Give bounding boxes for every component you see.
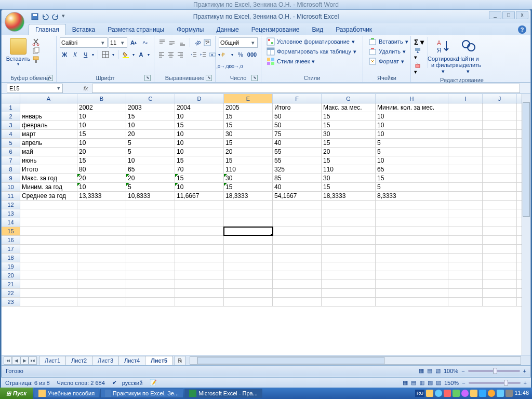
tray-icon[interactable] xyxy=(461,390,469,397)
cell[interactable]: Макс. за мес. xyxy=(322,103,376,112)
cell[interactable]: 54,1667 xyxy=(273,192,322,200)
fill-icon[interactable]: ▾ xyxy=(414,47,424,61)
increase-indent-icon[interactable] xyxy=(199,49,207,60)
start-button[interactable]: ⊞Пуск xyxy=(0,388,33,399)
cell[interactable] xyxy=(20,280,77,288)
column-header[interactable]: J xyxy=(483,94,517,103)
cell[interactable]: 75 xyxy=(273,130,322,138)
cell[interactable]: 10 xyxy=(376,156,448,165)
cell[interactable] xyxy=(322,254,376,262)
view-layout-icon[interactable]: ▤ xyxy=(427,367,432,374)
cell[interactable] xyxy=(376,236,448,244)
copy-icon[interactable] xyxy=(32,47,40,55)
align-center-icon[interactable] xyxy=(167,49,175,60)
horizontal-scrollbar[interactable] xyxy=(190,356,521,365)
cell[interactable]: 15 xyxy=(224,112,273,121)
orientation-icon[interactable]: ab xyxy=(193,37,202,48)
row-header[interactable]: 13 xyxy=(2,209,20,218)
name-box[interactable]: E15▾ xyxy=(7,84,63,93)
cell[interactable] xyxy=(448,121,483,129)
cell[interactable] xyxy=(448,245,483,253)
zoom-level[interactable]: 100% xyxy=(444,368,458,374)
decrease-indent-icon[interactable] xyxy=(190,49,198,60)
cell[interactable] xyxy=(483,201,517,209)
column-header[interactable]: A xyxy=(20,94,77,103)
grow-font-icon[interactable]: A▴ xyxy=(128,37,139,48)
cell[interactable]: январь xyxy=(20,112,77,121)
cell[interactable] xyxy=(376,262,448,271)
cell[interactable]: 70 xyxy=(175,165,224,174)
cell[interactable]: март xyxy=(20,130,77,138)
cell[interactable] xyxy=(77,201,126,209)
cell[interactable] xyxy=(448,183,483,191)
fill-color-icon[interactable] xyxy=(121,49,130,60)
column-header[interactable]: D xyxy=(175,94,224,103)
taskbar-button[interactable]: Практикум по Excel, Зе... xyxy=(100,389,183,398)
redo-icon[interactable] xyxy=(51,12,60,21)
cell[interactable]: 30 xyxy=(322,130,376,138)
cell[interactable]: 65 xyxy=(126,165,175,174)
cell[interactable] xyxy=(448,130,483,138)
cell[interactable] xyxy=(126,254,175,262)
cell[interactable] xyxy=(77,254,126,262)
cell[interactable] xyxy=(483,192,517,200)
cell[interactable]: 10 xyxy=(77,183,126,191)
cell[interactable]: 15 xyxy=(175,156,224,165)
tray-icon[interactable] xyxy=(506,390,513,397)
word-view-outline-icon[interactable]: ▧ xyxy=(428,379,433,386)
cell[interactable]: 11,6667 xyxy=(175,192,224,200)
cell[interactable]: 2002 xyxy=(77,103,126,112)
row-header[interactable]: 6 xyxy=(2,148,20,156)
cell[interactable] xyxy=(224,271,273,280)
cell[interactable] xyxy=(224,209,273,218)
cell[interactable] xyxy=(448,174,483,182)
cell[interactable] xyxy=(483,209,517,218)
cell[interactable] xyxy=(273,280,322,288)
cell[interactable] xyxy=(322,236,376,244)
cell[interactable] xyxy=(20,271,77,280)
shrink-font-icon[interactable]: A▾ xyxy=(140,37,150,48)
cell[interactable] xyxy=(483,280,517,288)
row-header[interactable]: 22 xyxy=(2,289,20,297)
cell[interactable] xyxy=(77,227,126,235)
cell[interactable] xyxy=(224,289,273,297)
cell[interactable] xyxy=(20,254,77,262)
cell[interactable]: 15 xyxy=(322,183,376,191)
cell[interactable]: 55 xyxy=(273,148,322,156)
underline-icon[interactable]: Ч xyxy=(81,49,90,60)
cell[interactable] xyxy=(175,201,224,209)
cell[interactable] xyxy=(20,103,77,112)
comma-icon[interactable]: 000 xyxy=(247,49,257,60)
cell[interactable] xyxy=(224,218,273,227)
cell[interactable]: 10 xyxy=(175,148,224,156)
align-dialog-icon[interactable]: ⬊ xyxy=(206,75,212,81)
cell[interactable] xyxy=(483,218,517,227)
percent-icon[interactable]: % xyxy=(235,49,246,60)
cell[interactable]: Миним. кол. за мес. xyxy=(376,103,448,112)
cell[interactable]: 10 xyxy=(77,121,126,129)
column-header[interactable]: H xyxy=(376,94,448,103)
word-zoom-level[interactable]: 150% xyxy=(444,380,459,386)
cell[interactable]: Итого xyxy=(20,165,77,174)
cell[interactable]: 15 xyxy=(77,156,126,165)
cell[interactable] xyxy=(376,209,448,218)
cell[interactable]: 13,3333 xyxy=(77,192,126,200)
tray-icon[interactable] xyxy=(435,390,442,397)
cell[interactable] xyxy=(483,271,517,280)
fx-icon[interactable]: fx xyxy=(79,85,92,91)
taskbar-button[interactable]: Учебные пособия xyxy=(34,389,99,398)
row-header[interactable]: 15 xyxy=(2,227,20,235)
align-middle-icon[interactable] xyxy=(168,37,177,48)
vertical-scrollbar[interactable] xyxy=(522,94,530,355)
tray-clock[interactable]: 11:46 xyxy=(514,390,529,397)
cell[interactable] xyxy=(126,298,175,306)
cell[interactable] xyxy=(448,103,483,112)
align-bottom-icon[interactable] xyxy=(178,37,187,48)
cell[interactable] xyxy=(273,254,322,262)
select-all-corner[interactable] xyxy=(2,94,20,103)
cell[interactable]: июнь xyxy=(20,156,77,165)
row-header[interactable]: 7 xyxy=(2,156,20,165)
row-header[interactable]: 16 xyxy=(2,236,20,244)
minimize-button[interactable]: _ xyxy=(489,11,501,19)
cell[interactable]: Миним. за год xyxy=(20,183,77,191)
